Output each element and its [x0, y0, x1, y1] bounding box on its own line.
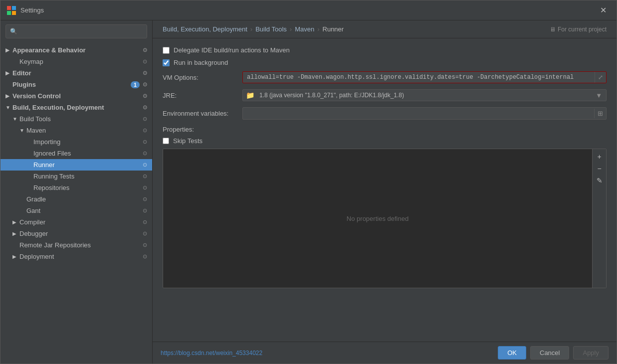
run-background-row: Run in background	[163, 59, 607, 66]
nav-tree: ▶ Appearance & Behavior ⊙ Keymap ⊙ ▶ Edi…	[0, 42, 152, 364]
config-icon: ⊙	[143, 47, 147, 53]
vm-options-label: VM Options:	[163, 74, 242, 81]
arrow-icon: ▼	[5, 105, 12, 110]
config-icon: ⊙	[143, 81, 147, 88]
breadcrumb-build-exec[interactable]: Build, Execution, Deployment	[163, 25, 247, 33]
env-vars-button[interactable]: ⊞	[594, 109, 606, 118]
sidebar-item-repositories[interactable]: Repositories ⊙	[0, 182, 152, 193]
properties-label: Properties:	[163, 126, 607, 133]
sidebar-item-label: Repositories	[33, 184, 143, 191]
sidebar-item-label: Deployment	[19, 253, 143, 260]
no-properties-text: No properties defined	[347, 215, 409, 222]
properties-empty-message: No properties defined	[163, 149, 592, 288]
close-button[interactable]: ✕	[596, 3, 611, 17]
sidebar-item-label: Ignored Files	[33, 150, 143, 157]
project-icon: 🖥	[550, 26, 556, 33]
search-icon: 🔍	[10, 28, 17, 35]
project-link-text: For current project	[558, 26, 607, 33]
search-input[interactable]	[19, 28, 143, 35]
config-icon: ⊙	[143, 196, 147, 202]
sidebar-item-gradle[interactable]: Gradle ⊙	[0, 193, 152, 205]
sidebar-item-runner[interactable]: Runner ⊙	[0, 159, 152, 171]
breadcrumb-runner[interactable]: Runner	[323, 25, 344, 33]
plugins-badge: 1	[131, 81, 140, 88]
main-content: 🔍 ▶ Appearance & Behavior ⊙ Keymap ⊙	[0, 20, 617, 364]
cancel-button[interactable]: Cancel	[530, 346, 569, 360]
breadcrumb-build-tools[interactable]: Build Tools	[255, 25, 287, 33]
svg-rect-3	[12, 11, 16, 15]
config-icon: ⊙	[143, 70, 147, 76]
sidebar-item-editor[interactable]: ▶ Editor ⊙	[0, 67, 152, 79]
sidebar-item-label: Keymap	[19, 58, 143, 65]
config-icon: ⊙	[143, 253, 147, 260]
sidebar: 🔍 ▶ Appearance & Behavior ⊙ Keymap ⊙	[0, 20, 153, 364]
vm-options-input[interactable]	[243, 72, 595, 83]
jre-dropdown-arrow[interactable]: ▼	[592, 92, 606, 99]
add-property-button[interactable]: +	[594, 151, 605, 162]
sidebar-item-remote-jar-repos[interactable]: Remote Jar Repositories ⊙	[0, 239, 152, 251]
arrow-icon: ▶	[5, 93, 12, 99]
config-icon: ⊙	[143, 207, 147, 214]
sidebar-item-compiler[interactable]: ▶ Compiler ⊙	[0, 216, 152, 228]
footer: https://blog.csdn.net/weixin_45334022 OK…	[153, 342, 617, 364]
skip-tests-row: Skip Tests	[163, 137, 607, 145]
config-icon: ⊙	[143, 173, 147, 180]
search-box[interactable]: 🔍	[5, 24, 147, 38]
sidebar-item-appearance[interactable]: ▶ Appearance & Behavior ⊙	[0, 44, 152, 56]
edit-property-button[interactable]: ✎	[594, 175, 605, 186]
sidebar-item-build-tools[interactable]: ▼ Build Tools ⊙	[0, 113, 152, 125]
sidebar-item-label: Gradle	[26, 195, 143, 203]
jre-select-wrapper[interactable]: 📁 1.8 (java version "1.8.0_271", path: E…	[242, 89, 607, 101]
config-icon: ⊙	[143, 93, 147, 99]
sidebar-item-build-exec-deploy[interactable]: ▼ Build, Execution, Deployment ⊙	[0, 102, 152, 113]
config-icon: ⊙	[143, 184, 147, 191]
sidebar-item-running-tests[interactable]: Running Tests ⊙	[0, 171, 152, 182]
env-input-wrapper: ⊞	[242, 107, 607, 120]
jre-row: JRE: 📁 1.8 (java version "1.8.0_271", pa…	[163, 89, 607, 101]
sidebar-item-label: Debugger	[19, 230, 143, 237]
svg-rect-0	[7, 6, 11, 10]
sidebar-item-deployment[interactable]: ▶ Deployment ⊙	[0, 251, 152, 262]
breadcrumb-maven[interactable]: Maven	[295, 25, 314, 33]
arrow-icon: ▶	[5, 70, 12, 76]
app-icon	[6, 5, 16, 15]
svg-rect-2	[7, 11, 11, 15]
sidebar-item-importing[interactable]: Importing ⊙	[0, 136, 152, 148]
sidebar-item-keymap[interactable]: Keymap ⊙	[0, 56, 152, 67]
sidebar-item-label: Runner	[33, 161, 143, 169]
titlebar: Settings ✕	[0, 0, 617, 20]
footer-link[interactable]: https://blog.csdn.net/weixin_45334022	[161, 350, 262, 357]
sidebar-item-label: Appearance & Behavior	[12, 46, 143, 54]
settings-content: Delegate IDE build/run actions to Maven …	[153, 38, 617, 342]
window-title: Settings	[20, 6, 596, 14]
sidebar-item-maven[interactable]: ▼ Maven ⊙	[0, 125, 152, 136]
config-icon: ⊙	[143, 162, 147, 168]
sidebar-item-version-control[interactable]: ▶ Version Control ⊙	[0, 90, 152, 102]
sidebar-item-label: Gant	[26, 207, 143, 214]
sidebar-item-label: Editor	[12, 69, 143, 77]
sidebar-item-debugger[interactable]: ▶ Debugger ⊙	[0, 228, 152, 239]
delegate-ide-checkbox[interactable]	[163, 47, 170, 54]
arrow-icon: ▼	[19, 128, 26, 133]
sidebar-item-gant[interactable]: Gant ⊙	[0, 205, 152, 216]
ok-button[interactable]: OK	[498, 346, 526, 360]
run-background-checkbox[interactable]	[163, 59, 170, 66]
sidebar-item-label: Plugins	[12, 81, 128, 88]
breadcrumb-sep-1: ›	[250, 25, 252, 33]
sidebar-item-label: Build Tools	[19, 115, 143, 123]
arrow-icon: ▼	[12, 116, 19, 122]
breadcrumb: Build, Execution, Deployment › Build Too…	[153, 20, 617, 38]
sidebar-item-label: Maven	[26, 127, 143, 134]
config-icon: ⊙	[143, 127, 147, 134]
project-link[interactable]: 🖥 For current project	[550, 26, 607, 33]
remove-property-button[interactable]: −	[594, 163, 605, 174]
svg-rect-1	[12, 6, 16, 10]
skip-tests-checkbox[interactable]	[163, 138, 169, 144]
sidebar-item-plugins[interactable]: Plugins 1 ⊙	[0, 79, 152, 90]
env-vars-input[interactable]	[243, 108, 594, 119]
sidebar-item-label: Compiler	[19, 218, 143, 226]
sidebar-item-ignored-files[interactable]: Ignored Files ⊙	[0, 148, 152, 159]
vm-options-expand-button[interactable]: ⤢	[595, 72, 606, 83]
arrow-icon: ▶	[5, 47, 12, 53]
apply-button[interactable]: Apply	[573, 346, 609, 360]
